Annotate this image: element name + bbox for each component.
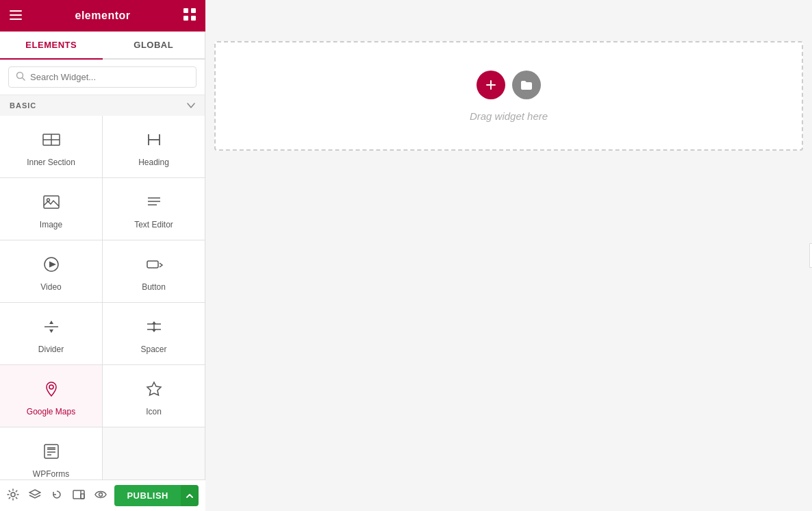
svg-point-38 xyxy=(11,493,15,497)
search-input[interactable] xyxy=(30,72,189,82)
wpforms-icon xyxy=(42,442,61,464)
spacer-label: Spacer xyxy=(140,345,166,354)
svg-rect-22 xyxy=(147,261,158,268)
settings-icon[interactable] xyxy=(7,488,19,503)
svg-rect-37 xyxy=(47,447,55,449)
publish-button[interactable]: PUBLISH xyxy=(114,485,181,506)
widget-inner-section[interactable]: Inner Section xyxy=(0,116,102,177)
image-icon xyxy=(42,192,61,214)
widget-icon[interactable]: Icon xyxy=(103,365,205,427)
widget-spacer[interactable]: Spacer xyxy=(103,303,205,364)
app-layout: elementor ELEMENTS GLOBAL xyxy=(0,0,812,511)
video-label: Video xyxy=(40,282,61,292)
wpforms-label: WPForms xyxy=(33,469,69,479)
widget-video[interactable]: Video xyxy=(0,240,102,302)
image-label: Image xyxy=(40,220,62,229)
google-maps-icon xyxy=(42,379,61,401)
bottom-toolbar: PUBLISH xyxy=(0,479,205,511)
tab-bar: ELEMENTS GLOBAL xyxy=(0,32,205,60)
section-header-basic[interactable]: BASIC xyxy=(0,95,205,116)
search-box xyxy=(0,60,205,95)
svg-rect-2 xyxy=(10,18,22,20)
drag-buttons xyxy=(477,71,541,99)
add-section-button[interactable] xyxy=(477,71,505,99)
widget-image[interactable]: Image xyxy=(0,178,102,240)
svg-point-31 xyxy=(49,385,53,389)
responsive-icon[interactable] xyxy=(73,488,85,503)
svg-marker-30 xyxy=(152,329,156,332)
templates-button[interactable] xyxy=(512,71,541,99)
inner-section-label: Inner Section xyxy=(27,158,75,167)
drag-zone: Drag widget here xyxy=(214,41,803,151)
layers-icon[interactable] xyxy=(29,488,41,503)
button-icon xyxy=(144,255,164,277)
svg-rect-3 xyxy=(183,8,188,13)
search-icon xyxy=(16,71,25,83)
svg-rect-0 xyxy=(10,10,22,12)
history-icon[interactable] xyxy=(51,488,63,503)
heading-label: Heading xyxy=(138,158,169,167)
svg-point-16 xyxy=(47,199,49,201)
svg-rect-40 xyxy=(73,490,84,499)
svg-marker-32 xyxy=(147,382,161,395)
widgets-grid: Inner Section Heading xyxy=(0,116,205,489)
section-label: BASIC xyxy=(10,101,36,110)
section-collapse-icon[interactable] xyxy=(187,101,195,110)
button-label: Button xyxy=(142,282,166,292)
search-wrap xyxy=(8,66,196,88)
canvas-area: Drag widget here xyxy=(205,0,812,511)
widgets-scroll: Inner Section Heading xyxy=(0,116,205,511)
svg-rect-1 xyxy=(10,14,22,16)
grid-icon[interactable] xyxy=(183,8,196,24)
app-title: elementor xyxy=(75,10,131,22)
bottom-icons-group xyxy=(7,488,107,503)
svg-marker-25 xyxy=(49,329,53,333)
widget-google-maps[interactable]: Google Maps xyxy=(0,365,102,427)
text-editor-label: Text Editor xyxy=(134,220,173,229)
widget-button[interactable]: Button xyxy=(103,240,205,302)
drag-text: Drag widget here xyxy=(470,110,548,122)
svg-marker-24 xyxy=(49,321,53,324)
tab-global[interactable]: GLOBAL xyxy=(103,32,205,58)
widget-divider[interactable]: Divider xyxy=(0,303,102,364)
icon-widget-icon xyxy=(144,379,164,401)
topbar: elementor xyxy=(0,0,205,32)
svg-point-43 xyxy=(99,493,103,496)
divider-label: Divider xyxy=(38,345,64,354)
google-maps-label: Google Maps xyxy=(27,407,75,416)
inner-section-icon xyxy=(42,130,61,152)
hamburger-icon[interactable] xyxy=(10,9,22,23)
widget-heading[interactable]: Heading xyxy=(103,116,205,177)
svg-rect-4 xyxy=(191,8,196,13)
svg-rect-5 xyxy=(183,16,188,21)
divider-icon xyxy=(42,317,61,339)
svg-marker-21 xyxy=(49,262,56,268)
svg-line-8 xyxy=(23,78,25,81)
sidebar: elementor ELEMENTS GLOBAL xyxy=(0,0,205,511)
svg-marker-29 xyxy=(152,321,156,324)
icon-label: Icon xyxy=(146,407,162,416)
heading-icon xyxy=(144,130,164,152)
video-icon xyxy=(42,255,61,277)
svg-marker-39 xyxy=(29,490,40,495)
svg-rect-6 xyxy=(191,16,196,21)
svg-rect-42 xyxy=(81,494,84,499)
spacer-icon xyxy=(144,317,164,339)
preview-icon[interactable] xyxy=(94,488,107,503)
publish-arrow-button[interactable] xyxy=(181,485,199,506)
collapse-handle[interactable] xyxy=(809,243,812,268)
tab-elements[interactable]: ELEMENTS xyxy=(0,32,103,58)
text-editor-icon xyxy=(144,192,164,214)
publish-wrap: PUBLISH xyxy=(114,485,199,506)
svg-rect-33 xyxy=(45,445,58,458)
widget-text-editor[interactable]: Text Editor xyxy=(103,178,205,240)
svg-rect-15 xyxy=(44,196,59,208)
